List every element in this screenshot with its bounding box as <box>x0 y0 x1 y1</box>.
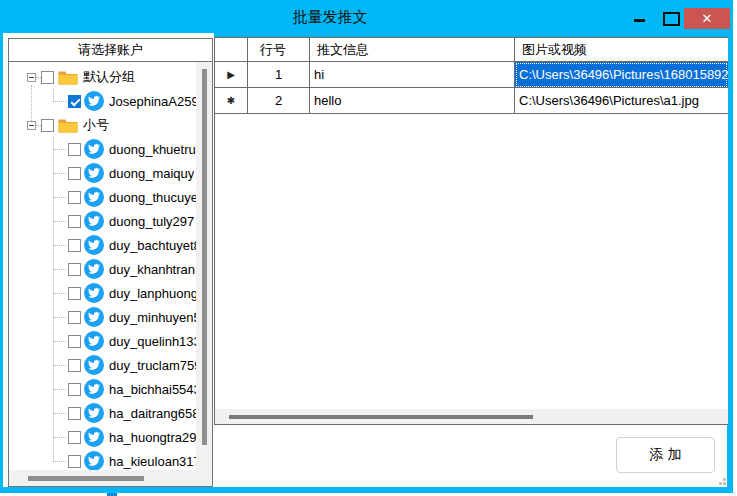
grid-header-row: 行号 推文信息 图片或视频 <box>215 38 728 62</box>
row-number-cell[interactable]: 1 <box>248 62 310 88</box>
window-border-left <box>0 33 3 493</box>
twitter-icon <box>84 235 104 255</box>
checkbox-unchecked[interactable] <box>68 335 81 348</box>
checkbox-unchecked[interactable] <box>68 383 81 396</box>
tree-item-label: duy_bachtuyet8 <box>109 238 196 253</box>
resize-grip[interactable] <box>719 482 722 485</box>
tree-group-item[interactable]: 默认分组 <box>9 65 196 89</box>
twitter-icon <box>84 451 104 471</box>
folder-icon <box>58 70 78 85</box>
add-button[interactable]: 添 加 <box>616 437 715 473</box>
current-row-marker[interactable]: ▶ <box>215 62 248 88</box>
tree-account-item[interactable]: duong_khuetru <box>9 137 196 161</box>
tree-account-item[interactable]: duy_lanphuong <box>9 281 196 305</box>
checkbox-unchecked[interactable] <box>68 191 81 204</box>
grid-corner-header <box>215 38 248 62</box>
tree-item-label: ha_huongtra29 <box>109 430 196 445</box>
twitter-icon <box>84 427 104 447</box>
twitter-icon <box>84 283 104 303</box>
tree-account-item[interactable]: duong_maiquy <box>9 161 196 185</box>
checkbox-unchecked[interactable] <box>68 239 81 252</box>
media-path-cell[interactable]: C:\Users\36496\Pictures\1680158928 <box>515 62 728 88</box>
scrollbar-thumb[interactable] <box>202 69 207 445</box>
account-tree-panel: 默认分组JosephinaA259小号duong_khuetruduong_ma… <box>8 61 213 487</box>
tree-account-item[interactable]: duong_thucuye <box>9 185 196 209</box>
tree-item-label: duy_khanhtran <box>109 262 195 277</box>
minimize-icon <box>634 19 645 22</box>
checkbox-unchecked[interactable] <box>68 311 81 324</box>
media-path-cell[interactable]: C:\Users\36496\Pictures\a1.jpg <box>515 88 728 114</box>
checkbox-checked[interactable] <box>68 95 81 108</box>
twitter-icon <box>84 211 104 231</box>
tree-account-item[interactable]: duy_minhuyen5 <box>9 305 196 329</box>
checkbox-unchecked[interactable] <box>68 167 81 180</box>
folder-icon <box>58 118 78 133</box>
tree-item-label: duong_thucuye <box>109 190 196 205</box>
tree-item-label: ha_daitrang658 <box>109 406 196 421</box>
table-row[interactable]: ▶1hiC:\Users\36496\Pictures\1680158928 <box>215 62 728 88</box>
minimize-button[interactable] <box>628 0 652 33</box>
tree-account-item[interactable]: ha_bichhai5543 <box>9 377 196 401</box>
tree-account-item[interactable]: ha_daitrang658 <box>9 401 196 425</box>
resize-grip <box>723 478 726 481</box>
titlebar: 批量发推文 ✕ <box>0 0 733 33</box>
close-button[interactable]: ✕ <box>684 8 730 29</box>
checkbox-unchecked[interactable] <box>41 71 54 84</box>
table-row[interactable]: ✱2helloC:\Users\36496\Pictures\a1.jpg <box>215 88 728 114</box>
maximize-button[interactable] <box>658 0 682 33</box>
column-header-row-number[interactable]: 行号 <box>248 38 310 62</box>
data-grid-rows: ▶1hiC:\Users\36496\Pictures\1680158928✱2… <box>215 62 728 114</box>
tree-item-label: duy_truclam759 <box>109 358 196 373</box>
tree-vertical-scrollbar[interactable] <box>196 62 212 470</box>
checkbox-unchecked[interactable] <box>68 215 81 228</box>
twitter-icon <box>84 187 104 207</box>
collapse-icon[interactable] <box>27 73 36 82</box>
new-row-marker[interactable]: ✱ <box>215 88 248 114</box>
tree-horizontal-scrollbar[interactable] <box>9 470 212 486</box>
tweet-grid: 行号 推文信息 图片或视频 ▶1hiC:\Users\36496\Picture… <box>214 37 728 425</box>
tweet-text-cell[interactable]: hi <box>310 62 515 88</box>
tree-account-item[interactable]: ha_huongtra29 <box>9 425 196 449</box>
tree-item-label: duy_quelinh133 <box>109 334 196 349</box>
checkbox-unchecked[interactable] <box>68 287 81 300</box>
twitter-icon <box>84 259 104 279</box>
checkbox-unchecked[interactable] <box>68 359 81 372</box>
tree-account-item[interactable]: duy_truclam759 <box>9 353 196 377</box>
row-marker-glyph: ▶ <box>227 69 235 80</box>
scrollbar-thumb[interactable] <box>229 415 533 419</box>
tree-item-label: JosephinaA259 <box>109 94 196 109</box>
checkbox-unchecked[interactable] <box>68 455 81 468</box>
tree-account-item[interactable]: duong_tuly297 <box>9 209 196 233</box>
column-header-media[interactable]: 图片或视频 <box>515 38 728 62</box>
twitter-icon <box>84 163 104 183</box>
tree-account-item[interactable]: duy_quelinh133 <box>9 329 196 353</box>
twitter-icon <box>84 307 104 327</box>
grid-horizontal-scrollbar[interactable] <box>215 409 728 424</box>
twitter-icon <box>84 379 104 399</box>
tree-item-label: ha_bichhai5543 <box>109 382 196 397</box>
checkbox-unchecked[interactable] <box>68 431 81 444</box>
row-number-cell[interactable]: 2 <box>248 88 310 114</box>
collapse-icon[interactable] <box>27 121 36 130</box>
tree-account-item[interactable]: duy_khanhtran <box>9 257 196 281</box>
tree-account-item[interactable]: JosephinaA259 <box>9 89 196 113</box>
tree-account-item[interactable]: duy_bachtuyet8 <box>9 233 196 257</box>
tree-item-label: duy_lanphuong <box>109 286 196 301</box>
maximize-icon <box>663 12 680 26</box>
checkbox-unchecked[interactable] <box>68 407 81 420</box>
tree-item-label: 小号 <box>83 116 109 134</box>
tree-group-item[interactable]: 小号 <box>9 113 196 137</box>
twitter-icon <box>84 355 104 375</box>
checkbox-unchecked[interactable] <box>68 143 81 156</box>
tree-item-label: 默认分组 <box>83 68 135 86</box>
window-title: 批量发推文 <box>0 0 660 33</box>
batch-tweet-window: 批量发推文 ✕ 请选择账户 默认分组JosephinaA259小号duong_k… <box>0 0 737 496</box>
account-panel-header: 请选择账户 <box>8 38 213 62</box>
row-marker-glyph: ✱ <box>227 95 235 106</box>
checkbox-unchecked[interactable] <box>68 263 81 276</box>
checkbox-unchecked[interactable] <box>41 119 54 132</box>
column-header-tweet[interactable]: 推文信息 <box>310 38 515 62</box>
scrollbar-thumb[interactable] <box>28 476 144 481</box>
tree-item-label: duy_minhuyen5 <box>109 310 196 325</box>
tweet-text-cell[interactable]: hello <box>310 88 515 114</box>
